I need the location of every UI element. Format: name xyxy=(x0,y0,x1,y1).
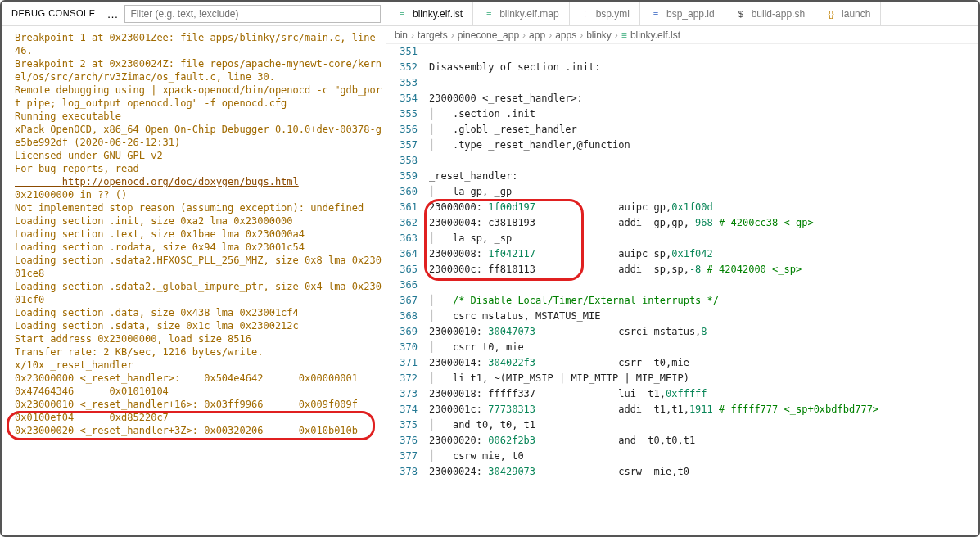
console-line: Loading section .rodata, size 0x94 lma 0… xyxy=(15,241,384,254)
line-number: 353 xyxy=(386,75,418,91)
line-number: 359 xyxy=(386,169,418,184)
chevron-right-icon: › xyxy=(580,29,583,41)
editor-panel: ≡blinky.elf.lst≡blinky.elf.map!bsp.yml≡b… xyxy=(386,2,978,535)
code-line: │ la sp, _sp xyxy=(429,231,978,246)
line-number: 378 xyxy=(386,464,418,480)
code-line: 2300001c: 77730313 addi t1,t1,1911 # fff… xyxy=(429,402,978,417)
code-line xyxy=(429,153,978,169)
breadcrumb[interactable]: bin›targets›pinecone_app›app›apps›blinky… xyxy=(386,26,978,44)
tab-label: bsp_app.ld xyxy=(666,8,715,20)
chevron-right-icon: › xyxy=(522,29,526,41)
code-line: │ /* Disable Local/Timer/External interr… xyxy=(429,293,978,309)
code-line: 23000000: 1f00d197 auipc gp,0x1f00d xyxy=(429,200,978,215)
chevron-right-icon: › xyxy=(615,29,618,41)
editor-tabs: ≡blinky.elf.lst≡blinky.elf.map!bsp.yml≡b… xyxy=(386,2,978,26)
line-number: 352 xyxy=(386,60,418,75)
file-icon: {} xyxy=(825,9,837,19)
code-line xyxy=(429,75,978,91)
file-icon: ≡ xyxy=(483,9,495,19)
chevron-right-icon: › xyxy=(549,29,552,41)
chevron-right-icon: › xyxy=(411,29,414,41)
console-line: Breakpoint 2 at 0x2300024Z: file repos/a… xyxy=(15,57,384,83)
code-line: │ la gp, _gp xyxy=(429,184,978,200)
console-line: For bug reports, read xyxy=(15,162,384,175)
line-number: 351 xyxy=(386,44,418,60)
file-icon: ! xyxy=(580,9,591,19)
line-number: 374 xyxy=(386,402,418,417)
console-line: Not implemented stop reason (assuming ex… xyxy=(15,201,384,214)
code-line: _reset_handler: xyxy=(429,169,978,184)
console-line: Running executable xyxy=(15,110,384,123)
tab-build-app-sh[interactable]: $build-app.sh xyxy=(725,2,815,25)
file-icon: $ xyxy=(735,9,747,19)
code-line: │ and t0, t0, t1 xyxy=(429,417,978,433)
tab-launch[interactable]: {}launch xyxy=(815,2,881,25)
console-line: 0x21000000 in ?? () xyxy=(15,188,384,201)
console-line: Transfer rate: 2 KB/sec, 1216 bytes/writ… xyxy=(15,345,384,359)
code-line: 23000014: 304022f3 csrr t0,mie xyxy=(429,355,978,371)
code-line: │ li t1, ~(MIP_MSIP | MIP_MTIP | MIP_MEI… xyxy=(429,371,978,386)
line-number: 354 xyxy=(386,91,418,106)
tab-label: blinky.elf.lst xyxy=(413,8,463,20)
line-number: 366 xyxy=(386,278,418,293)
code-line: 23000018: fffff337 lui t1,0xfffff xyxy=(429,386,978,402)
code-line: │ .globl _reset_handler xyxy=(429,122,978,138)
file-icon: ≡ xyxy=(396,9,408,19)
line-number: 371 xyxy=(386,355,418,371)
debug-console-output[interactable]: Breakpoint 1 at 0x23001Zee: file apps/bl… xyxy=(2,26,386,535)
code-line: │ csrc mstatus, MSTATUS_MIE xyxy=(429,309,978,324)
tab-blinky-elf-lst[interactable]: ≡blinky.elf.lst xyxy=(386,2,473,25)
console-line: 0x23000000 <_reset_handler>: 0x504e4642 … xyxy=(15,372,384,398)
line-number: 372 xyxy=(386,371,418,386)
code-line: 23000010: 30047073 csrci mstatus,8 xyxy=(429,324,978,340)
line-number: 370 xyxy=(386,340,418,355)
code-line: │ .type _reset_handler,@function xyxy=(429,138,978,153)
line-number: 365 xyxy=(386,262,418,278)
editor-body[interactable]: 3513523533543553563573583593603613623633… xyxy=(386,44,978,535)
console-filter-input[interactable] xyxy=(124,5,381,23)
line-gutter: 3513523533543553563573583593603613623633… xyxy=(386,44,429,535)
tab-bsp-app-ld[interactable]: ≡bsp_app.ld xyxy=(640,2,725,25)
tab-label: blinky.elf.map xyxy=(499,8,558,20)
code-line xyxy=(429,278,978,293)
code-line: Disassembly of section .init: xyxy=(429,60,978,75)
more-icon[interactable]: … xyxy=(100,7,124,20)
breadcrumb-segment[interactable]: bin xyxy=(395,29,408,41)
console-line: http://openocd.org/doc/doxygen/bugs.html xyxy=(15,175,384,188)
breadcrumb-segment[interactable]: app xyxy=(529,29,545,41)
line-number: 377 xyxy=(386,449,418,464)
console-line: Licensed under GNU GPL v2 xyxy=(15,149,384,162)
line-number: 360 xyxy=(386,184,418,200)
breadcrumb-segment[interactable]: targets xyxy=(418,29,448,41)
breadcrumb-segment[interactable]: blinky.elf.lst xyxy=(630,29,680,41)
code-line: 23000004: c3818193 addi gp,gp,-968 # 420… xyxy=(429,215,978,231)
line-number: 357 xyxy=(386,138,418,153)
tab-blinky-elf-map[interactable]: ≡blinky.elf.map xyxy=(473,2,569,25)
console-line: Breakpoint 1 at 0x23001Zee: file apps/bl… xyxy=(15,31,384,57)
code-area[interactable]: Disassembly of section .init: 23000000 <… xyxy=(429,44,978,535)
line-number: 358 xyxy=(386,153,418,169)
tab-bsp-yml[interactable]: !bsp.yml xyxy=(570,2,640,25)
debug-console-panel: Debug Console … Breakpoint 1 at 0x23001Z… xyxy=(2,2,386,535)
line-number: 362 xyxy=(386,215,418,231)
breadcrumb-segment[interactable]: pinecone_app xyxy=(458,29,519,41)
code-line: 23000020: 0062f2b3 and t0,t0,t1 xyxy=(429,433,978,449)
breadcrumb-segment[interactable]: apps xyxy=(555,29,576,41)
code-line: │ csrw mie, t0 xyxy=(429,449,978,464)
console-line: Loading section .init, size 0xa2 lma 0x2… xyxy=(15,214,384,228)
line-number: 376 xyxy=(386,433,418,449)
file-icon: ≡ xyxy=(650,9,662,19)
line-number: 361 xyxy=(386,200,418,215)
console-line: Loading section .sdata2.HFXOSC_PLL_256_M… xyxy=(15,254,384,280)
code-line: │ csrr t0, mie xyxy=(429,340,978,355)
console-line: Remote debugging using | xpack-openocd/b… xyxy=(15,83,384,110)
debug-console-title: Debug Console xyxy=(7,7,100,20)
file-icon: ≡ xyxy=(621,29,627,41)
line-number: 364 xyxy=(386,246,418,262)
breadcrumb-segment[interactable]: blinky xyxy=(586,29,612,41)
console-line: 0x23000010 <_reset_handler+16>: 0x03ff99… xyxy=(15,398,384,424)
line-number: 363 xyxy=(386,231,418,246)
code-line: │ .section .init xyxy=(429,106,978,122)
chevron-right-icon: › xyxy=(451,29,454,41)
code-line: 23000000 <_reset_handler>: xyxy=(429,91,978,106)
